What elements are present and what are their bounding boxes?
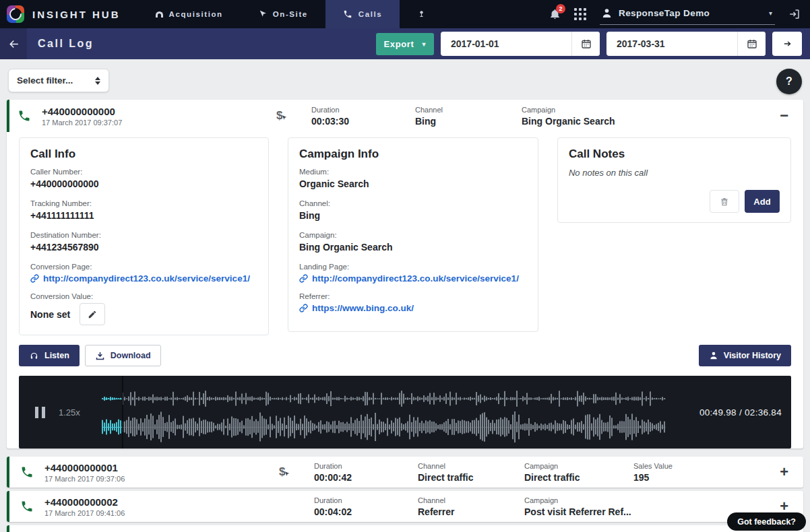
channel-label: Channel: — [299, 199, 527, 207]
pencil-icon — [88, 310, 97, 319]
duration-label: Duration — [314, 462, 418, 470]
campaign-label: Campaign — [524, 462, 633, 470]
medium-value: Organic Search — [299, 178, 527, 189]
landing-page-link[interactable]: http://companydirect123.co.uk/service/se… — [312, 273, 519, 284]
call-info-title: Call Info — [30, 147, 257, 161]
download-button[interactable]: Download — [85, 345, 161, 366]
duration-label: Duration — [314, 496, 418, 504]
apply-dates-button[interactable] — [772, 32, 802, 56]
headphones-icon — [29, 351, 39, 360]
call-row-header[interactable]: +440000000002 17 March 2017 09:41:06 Dur… — [9, 491, 803, 522]
campaign-label: Campaign: — [299, 231, 527, 239]
referrer-link[interactable]: https://www.bing.co.uk/ — [312, 303, 414, 313]
link-icon — [30, 274, 39, 283]
call-list: +440000000000 17 March 2017 09:37:07 $ D… — [7, 100, 803, 532]
phone-icon — [20, 500, 34, 513]
help-button[interactable]: ? — [776, 69, 802, 94]
landing-page-label: Landing Page: — [299, 263, 527, 271]
call-row-header[interactable]: +440000000000 17 March 2017 09:37:07 $ D… — [7, 100, 803, 132]
expand-button[interactable]: + — [780, 465, 788, 479]
download-label: Download — [111, 351, 151, 360]
campaign-label: Campaign — [522, 106, 631, 114]
audio-player: 1.25x 00:49.98 / 02:36.84 — [19, 376, 791, 448]
campaign-value: Bing Organic Search — [299, 242, 527, 253]
back-button[interactable] — [0, 28, 27, 59]
feedback-button[interactable]: Got feedback? — [727, 512, 806, 531]
channel-value: Referrer — [418, 506, 524, 517]
call-row-header[interactable]: +440000000003 Duration Channel Campaign … — [9, 525, 803, 532]
page-title: Call Log — [38, 38, 94, 50]
date-from-calendar-button[interactable] — [571, 32, 600, 56]
visitor-history-label: Visitor History — [724, 351, 781, 360]
listen-button[interactable]: Listen — [19, 345, 80, 366]
download-icon — [95, 351, 105, 361]
referrer-label: Referrer: — [299, 292, 527, 300]
phone-icon — [18, 109, 31, 123]
campaign-label: Campaign — [524, 496, 633, 504]
filter-select-value: Select filter... — [17, 75, 73, 86]
collapse-button[interactable]: − — [780, 108, 788, 123]
call-card-expanded: +440000000000 17 March 2017 09:37:07 $ D… — [7, 100, 803, 448]
delete-note-button[interactable] — [710, 190, 739, 213]
notifications-button[interactable]: 2 — [549, 8, 561, 20]
date-to-calendar-button[interactable] — [737, 32, 766, 56]
user-icon — [709, 351, 718, 360]
date-to-input[interactable] — [606, 38, 737, 49]
destination-number-value: +441234567890 — [30, 242, 257, 253]
visitor-history-button[interactable]: Visitor History — [699, 345, 791, 366]
app: { "topnav": { "brand": "INSIGHT HUB", "t… — [0, 0, 810, 532]
brand-name: INSIGHT HUB — [32, 9, 121, 20]
channel-label: Channel — [418, 496, 524, 504]
conversion-page-link[interactable]: http://companydirect123.co.uk/service/se… — [43, 273, 250, 284]
page-header: Call Log Export ▾ — [0, 28, 810, 59]
conversion-dollar-icon: $ — [279, 465, 285, 478]
tab-acquisition[interactable]: Acquisition — [138, 0, 241, 28]
call-notes-empty-text: No notes on this call — [569, 168, 780, 178]
call-card: +440000000002 17 March 2017 09:41:06 Dur… — [7, 491, 803, 522]
call-status-edge — [7, 100, 9, 132]
tab-onsite[interactable]: On-Site — [241, 0, 325, 28]
campaign-value: Bing Organic Search — [522, 116, 631, 127]
destination-number-label: Destination Number: — [30, 231, 257, 239]
edit-conversion-value-button[interactable] — [80, 303, 105, 325]
tracking-number-label: Tracking Number: — [30, 199, 257, 207]
header-controls: Export ▾ — [376, 32, 810, 56]
call-row-header[interactable]: +440000000001 17 March 2017 09:37:06 $ D… — [9, 457, 803, 488]
channel-value: Direct traffic — [418, 472, 524, 483]
user-icon — [601, 7, 613, 19]
conversion-dollar-icon: $ — [276, 109, 282, 122]
call-datetime: 17 March 2017 09:37:07 — [42, 119, 276, 127]
caller-number: +440000000001 — [44, 462, 279, 473]
magnet-icon — [156, 11, 163, 18]
waveform[interactable] — [102, 376, 666, 448]
call-detail-panels: Call Info Caller Number: +440000000000 T… — [7, 132, 803, 335]
pause-button[interactable] — [35, 407, 45, 418]
tracking-number-value: +441111111111 — [30, 210, 257, 221]
select-arrows-icon — [95, 77, 100, 85]
nav-right: 2 ResponseTap Demo ▾ — [549, 0, 810, 28]
logout-icon[interactable] — [788, 8, 801, 20]
conversion-page-label: Conversion Page: — [30, 263, 257, 271]
playback-speed[interactable]: 1.25x — [59, 407, 86, 418]
add-note-button[interactable]: Add — [745, 190, 780, 213]
trophy-icon — [417, 9, 426, 20]
tab-calls[interactable]: Calls — [325, 0, 400, 28]
tab-onsite-label: On-Site — [273, 10, 308, 18]
filter-select[interactable]: Select filter... — [8, 69, 109, 92]
listen-label: Listen — [44, 351, 69, 360]
campaign-info-title: Campaign Info — [299, 147, 527, 161]
apps-grid-button[interactable] — [574, 8, 586, 20]
link-icon — [299, 304, 308, 312]
date-from-input[interactable] — [441, 38, 571, 49]
export-button[interactable]: Export ▾ — [376, 33, 434, 55]
user-menu[interactable]: ResponseTap Demo ▾ — [600, 3, 775, 25]
trash-icon — [720, 197, 729, 207]
duration-label: Duration — [311, 106, 415, 114]
expand-button[interactable]: + — [780, 499, 788, 514]
campaign-value: Post visit Referrer Ref... — [524, 506, 633, 517]
right-arrow-icon — [782, 39, 793, 48]
caller-number: +440000000002 — [44, 496, 279, 508]
tab-rewards[interactable] — [400, 0, 443, 28]
call-card: +440000000001 17 March 2017 09:37:06 $ D… — [7, 457, 803, 488]
channel-label: Channel — [418, 462, 524, 470]
